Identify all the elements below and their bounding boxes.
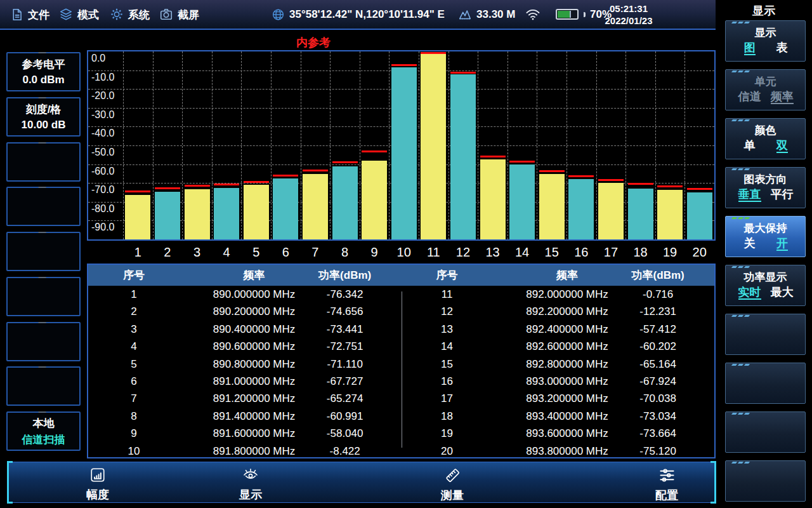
- cell-frequency: 893.600000 MHz: [526, 425, 608, 442]
- channel-bar: [450, 74, 476, 239]
- softkey-title: 颜色: [726, 123, 805, 138]
- table-row: 2890.200000 MHz-74.656: [88, 303, 402, 320]
- nav-config[interactable]: 配置: [655, 467, 678, 503]
- menu-item-label: 截屏: [178, 7, 199, 22]
- x-gridline: [449, 51, 449, 239]
- nav-label: 配置: [655, 488, 678, 503]
- softkey-参考电平[interactable]: 参考电平0.0 dBm: [6, 52, 81, 91]
- corner-decoration: [732, 462, 749, 464]
- x-gridline: [419, 51, 419, 239]
- measurement-table: 序号 频率 功率(dBm) 序号 频率 功率(dBm) 1890.000000 …: [87, 264, 716, 458]
- option-实时[interactable]: 实时: [738, 286, 761, 300]
- option-双[interactable]: 双: [776, 139, 788, 153]
- max-hold-marker: [303, 170, 328, 171]
- softkey-empty[interactable]: [6, 187, 81, 226]
- option-频率[interactable]: 频率: [771, 90, 794, 104]
- bar-chart-plot: 0.0-10.0-20.0-30.0-40.0-50.0-60.0-70.0-8…: [87, 50, 716, 241]
- softkey-empty[interactable]: [6, 142, 81, 182]
- menu-item-file[interactable]: 文件: [10, 7, 49, 22]
- softkey-最大保持[interactable]: 最大保持关开: [725, 216, 806, 257]
- softkey-刻度/格[interactable]: 刻度/格10.00 dB: [6, 97, 81, 137]
- softkey-empty[interactable]: [6, 366, 81, 406]
- table-row: 6891.000000 MHz-67.727: [88, 373, 402, 390]
- x-gridline: [478, 51, 478, 239]
- option-信道[interactable]: 信道: [738, 90, 761, 103]
- option-垂直[interactable]: 垂直: [738, 188, 761, 202]
- menu-item-mode[interactable]: 模式: [59, 7, 99, 22]
- softkey-empty[interactable]: [725, 363, 806, 404]
- softkey-颜色[interactable]: 颜色单双: [725, 118, 806, 159]
- gear-icon: [110, 8, 124, 22]
- cell-power: -76.342: [327, 286, 363, 303]
- corner-decoration: [732, 168, 749, 170]
- x-gridline: [241, 51, 242, 239]
- menu-item-screenshot[interactable]: 截屏: [159, 7, 199, 22]
- cell-frequency: 892.000000 MHz: [526, 286, 608, 303]
- x-gridline: [625, 51, 626, 239]
- gps-readout: 35°58'12.42" N,120°10'11.94" E: [272, 8, 445, 21]
- nav-amplitude[interactable]: 幅度: [86, 467, 109, 502]
- softkey-empty[interactable]: [6, 322, 81, 361]
- x-tick-label: 10: [397, 245, 411, 260]
- x-gridline: [153, 51, 154, 239]
- cell-power: -67.727: [327, 373, 363, 390]
- softkey-value: 0.0 dBm: [22, 74, 64, 86]
- option-平行[interactable]: 平行: [771, 188, 794, 201]
- cell-frequency: 892.200000 MHz: [526, 303, 608, 320]
- cell-frequency: 892.800000 MHz: [526, 356, 608, 373]
- option-单[interactable]: 单: [744, 139, 756, 152]
- cell-index: 12: [441, 303, 453, 320]
- cell-power: -72.751: [327, 338, 363, 355]
- softkey-empty[interactable]: [725, 314, 806, 355]
- softkey-empty[interactable]: [725, 411, 806, 453]
- chart-area: 内参考 0.0-10.0-20.0-30.0-40.0-50.0-60.0-70…: [87, 35, 716, 262]
- nav-measure[interactable]: 测量: [441, 467, 464, 503]
- table-row: 1890.000000 MHz-76.342: [88, 286, 402, 303]
- table-row: 19893.600000 MHz-73.664: [402, 425, 715, 442]
- option-开[interactable]: 开: [776, 237, 788, 251]
- channel-bar: [391, 67, 417, 239]
- cell-index: 3: [131, 321, 136, 338]
- max-hold-marker: [539, 170, 565, 172]
- cell-frequency: 893.800000 MHz: [526, 443, 608, 460]
- channel-bar: [657, 190, 683, 239]
- altitude-value: 33.30 M: [476, 8, 515, 21]
- option-最大[interactable]: 最大: [771, 286, 794, 298]
- cell-frequency: 893.400000 MHz: [526, 408, 608, 425]
- option-图[interactable]: 图: [744, 41, 756, 55]
- cell-index: 18: [441, 408, 453, 425]
- nav-display[interactable]: 显示: [239, 467, 262, 502]
- y-tick-label: 0.0: [91, 53, 105, 64]
- max-hold-marker: [509, 161, 535, 163]
- menu-item-system[interactable]: 系统: [110, 7, 150, 22]
- x-tick-label: 12: [456, 245, 470, 260]
- max-hold-marker: [155, 187, 180, 189]
- softkey-单元[interactable]: 单元信道频率: [725, 69, 806, 110]
- cell-index: 8: [131, 408, 136, 425]
- softkey-empty[interactable]: [6, 277, 81, 316]
- battery-tip: [584, 12, 586, 17]
- cell-power: -73.664: [639, 425, 676, 442]
- softkey-显示[interactable]: 显示图表: [725, 20, 806, 62]
- cell-power: -71.110: [327, 356, 362, 373]
- softkey-empty[interactable]: [6, 232, 81, 271]
- max-hold-marker: [687, 188, 712, 190]
- battery-icon: [556, 9, 579, 20]
- softkey-options: 垂直平行: [726, 188, 805, 202]
- softkey-options: 实时最大: [726, 286, 805, 300]
- corner-decoration: [732, 119, 749, 121]
- softkey-图表方向[interactable]: 图表方向垂直平行: [725, 167, 806, 208]
- clock: 05:21:31 2022/01/23: [601, 3, 656, 27]
- channel-bar: [214, 188, 239, 239]
- cell-frequency: 892.600000 MHz: [526, 338, 608, 355]
- cell-frequency: 892.400000 MHz: [526, 321, 608, 338]
- softkey-功率显示[interactable]: 功率显示实时最大: [725, 265, 806, 306]
- option-表[interactable]: 表: [776, 41, 788, 54]
- softkey-empty[interactable]: [725, 460, 806, 502]
- softkey-本地[interactable]: 本地信道扫描: [6, 411, 81, 451]
- cell-index: 11: [442, 286, 453, 303]
- x-tick-label: 13: [485, 245, 499, 260]
- option-关[interactable]: 关: [744, 237, 756, 250]
- cell-index: 17: [441, 390, 453, 407]
- cell-index: 2: [131, 303, 136, 320]
